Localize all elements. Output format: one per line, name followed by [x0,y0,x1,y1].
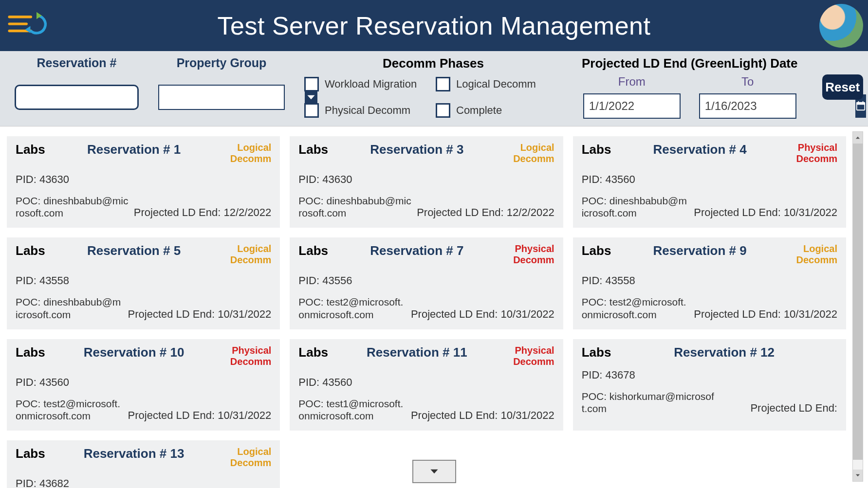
card-phase-badge: Logical Decomm [222,142,271,164]
checkbox-physical-decomm[interactable] [304,103,319,118]
card-poc: POC: dineshbabub@microsoft.com [16,195,129,219]
scroll-down-icon[interactable] [853,470,863,481]
reservation-input[interactable] [15,85,139,110]
property-group-value[interactable] [159,86,305,109]
card-reservation-number: Reservation # 12 [674,345,775,360]
card-reservation-number: Reservation # 9 [653,243,747,258]
reservation-card[interactable]: Labs Reservation # 5 Logical Decomm PID:… [7,237,280,329]
reservation-card[interactable]: Labs Reservation # 11 Physical Decomm PI… [290,339,563,431]
card-pid: PID: 43558 [582,274,837,287]
phase-logical-decomm: Logical Decomm [436,77,562,91]
phase-complete: Complete [436,103,562,118]
phase-label: Complete [456,104,502,117]
header: Test Server Reservation Management [0,0,868,51]
card-reservation-number: Reservation # 5 [87,243,181,258]
scroll-up-icon[interactable] [853,132,863,144]
card-pid: PID: 43558 [16,274,271,287]
card-projected-end: Projected LD End: 10/31/2022 [128,308,272,321]
card-pid: PID: 43560 [582,173,837,186]
next-page-button[interactable] [412,460,456,483]
phase-workload-migration: Workload Migration [304,77,431,91]
reservation-card[interactable]: Labs Reservation # 4 Physical Decomm PID… [573,136,846,228]
checkbox-workload-migration[interactable] [304,77,319,91]
filter-dates: Projected LD End (GreenLight) Date From … [582,56,798,119]
card-reservation-number: Reservation # 7 [370,243,463,258]
cards-grid: Labs Reservation # 1 Logical Decomm PID:… [7,136,846,488]
card-poc: POC: test2@microsoft.onmicrosoft.com [298,296,406,320]
card-projected-end: Projected LD End: 10/31/2022 [128,409,272,422]
phase-label: Logical Decomm [456,78,536,90]
reservation-card[interactable]: Labs Reservation # 3 Logical Decomm PID:… [290,136,563,228]
date-to: To [699,75,796,119]
svg-rect-11 [858,101,859,104]
reservation-card[interactable]: Labs Reservation # 1 Logical Decomm PID:… [7,136,280,228]
card-category: Labs [582,243,611,258]
card-phase-badge: Physical Decomm [789,142,837,164]
filter-reservation: Reservation # [15,56,139,110]
dates-title: Projected LD End (GreenLight) Date [582,56,798,71]
reservation-card[interactable]: Labs Reservation # 9 Logical Decomm PID:… [573,237,846,329]
card-projected-end: Projected LD End: 10/31/2022 [694,308,837,321]
card-pid: PID: 43560 [16,376,271,389]
filter-property-group: Property Group [158,56,285,110]
card-phase-badge: Logical Decomm [789,243,837,266]
card-reservation-number: Reservation # 10 [84,345,185,360]
card-category: Labs [16,345,45,360]
checkbox-logical-decomm[interactable] [436,77,450,91]
card-phase-badge: Physical Decomm [506,243,554,266]
card-reservation-number: Reservation # 1 [87,142,181,157]
content-area: Labs Reservation # 1 Logical Decomm PID:… [0,127,868,488]
phase-label: Workload Migration [325,78,417,90]
card-pid: PID: 43556 [298,274,554,287]
card-pid: PID: 43678 [582,369,837,381]
svg-rect-0 [8,16,33,18]
card-reservation-number: Reservation # 11 [367,345,467,360]
card-projected-end: Projected LD End: 12/2/2022 [134,206,272,219]
checkbox-complete[interactable] [436,103,450,118]
card-phase-badge: Logical Decomm [222,446,271,469]
reservation-card[interactable]: Labs Reservation # 12 PID: 43678 POC: ki… [573,339,846,431]
card-category: Labs [298,243,328,258]
phases-title: Decomm Phases [383,56,484,71]
card-phase-badge: Logical Decomm [222,243,271,266]
phase-physical-decomm: Physical Decomm [304,103,431,118]
date-to-input-wrap[interactable] [699,93,796,119]
card-category: Labs [298,345,328,360]
card-poc: POC: test1@microsoft.onmicrosoft.com [298,398,406,422]
from-label: From [618,75,646,89]
scrollbar[interactable] [852,131,863,482]
card-projected-end: Projected LD End: 10/31/2022 [411,409,554,422]
card-category: Labs [298,142,328,157]
card-poc: POC: dineshbabub@microsoft.com [16,296,123,320]
card-poc: POC: test2@microsoft.onmicrosoft.com [582,296,689,320]
card-pid: PID: 43682 [16,477,271,488]
card-reservation-number: Reservation # 13 [84,446,185,461]
card-phase-badge: Logical Decomm [506,142,554,164]
property-group-select[interactable] [158,85,285,110]
card-category: Labs [582,142,611,157]
card-phase-badge: Physical Decomm [222,345,271,367]
phase-label: Physical Decomm [325,104,410,117]
scrollbar-thumb[interactable] [853,144,863,460]
card-category: Labs [16,142,45,157]
reservation-card[interactable]: Labs Reservation # 10 Physical Decomm PI… [7,339,280,431]
reservation-card[interactable]: Labs Reservation # 13 Logical Decomm PID… [7,440,280,488]
card-category: Labs [16,243,45,258]
page-title: Test Server Reservation Management [218,11,651,40]
card-reservation-number: Reservation # 3 [370,142,463,157]
card-phase-badge: Physical Decomm [506,345,554,367]
reservation-card[interactable]: Labs Reservation # 7 Physical Decomm PID… [290,237,563,329]
card-poc: POC: dineshbabub@microsoft.com [582,195,689,219]
avatar[interactable] [819,4,863,48]
card-pid: PID: 43630 [16,173,271,186]
to-label: To [741,75,754,89]
app-logo-icon [6,11,50,40]
property-group-label: Property Group [177,56,267,70]
reset-button[interactable]: Reset [822,74,864,100]
date-from-input-wrap[interactable] [583,93,681,119]
reservation-label: Reservation # [37,56,117,70]
card-poc: POC: test2@microsoft.onmicrosoft.com [16,398,123,422]
svg-rect-10 [857,103,865,105]
card-pid: PID: 43630 [298,173,554,186]
svg-rect-1 [8,22,28,25]
